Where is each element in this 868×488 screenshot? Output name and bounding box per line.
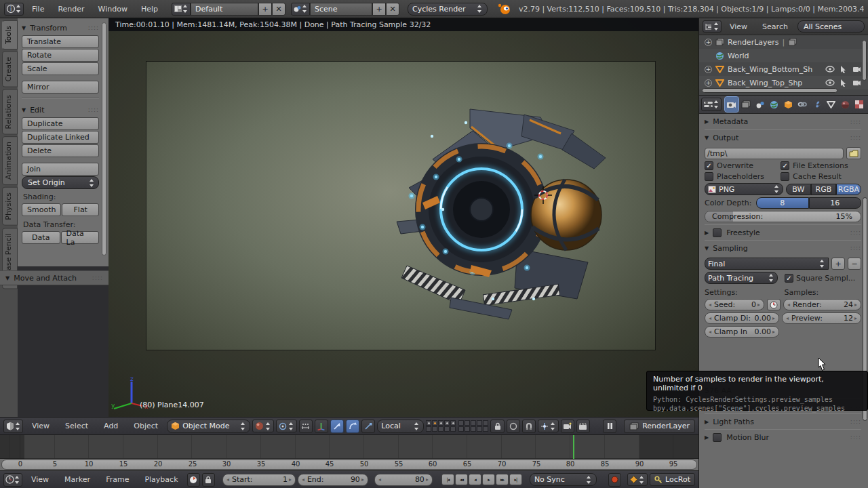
translate-button[interactable]: Translate — [22, 35, 99, 48]
auto-keyframe-record-toggle[interactable] — [608, 473, 621, 487]
selectability-arrow-icon[interactable] — [840, 66, 847, 73]
tab-physics[interactable]: Physics — [2, 187, 18, 226]
tab-world[interactable] — [768, 97, 781, 112]
frame-end-field[interactable]: ◂End: 90▸ — [298, 474, 368, 486]
outliner-vertical-scrollbar[interactable] — [862, 40, 867, 81]
mirror-button[interactable]: Mirror — [22, 81, 99, 94]
light-paths-panel-header[interactable]: ▶ Light Paths :::: — [705, 413, 861, 429]
snap-element-select[interactable] — [538, 420, 559, 432]
timeline-menu-marker[interactable]: Marker — [58, 475, 97, 484]
tab-texture[interactable] — [852, 97, 866, 112]
manipulator-rotate-toggle[interactable] — [346, 420, 359, 433]
v3d-menu-add[interactable]: Add — [97, 422, 125, 430]
file-format-select[interactable]: PNG — [705, 183, 783, 195]
seed-animate-button[interactable] — [767, 299, 781, 310]
tab-render-layers[interactable] — [739, 97, 753, 112]
render-engine-select[interactable]: Cycles Render — [408, 3, 488, 16]
set-origin-dropdown[interactable]: Set Origin — [22, 176, 99, 189]
outliner-row-world[interactable]: World — [699, 49, 868, 62]
clamp-direct-field[interactable]: ◂Clamp Di: 0.00▸ — [705, 312, 779, 324]
color-depth-8[interactable]: 8 — [756, 197, 809, 209]
outliner-row-back-wing-top[interactable]: + Back_Wing_Top_Shp — [699, 76, 868, 89]
renderability-camera-icon[interactable] — [852, 66, 861, 73]
add-scene-button[interactable]: + — [372, 3, 386, 16]
jump-next-keyframe-button[interactable]: ▸▸ — [496, 474, 509, 485]
mode-select[interactable]: Object Mode — [167, 420, 250, 433]
proportional-edit-toggle[interactable] — [507, 420, 520, 433]
play-reverse-button[interactable]: ◂ — [469, 474, 481, 485]
menu-render[interactable]: Render — [51, 5, 91, 14]
output-path-field[interactable]: /tmp\ — [705, 148, 844, 159]
outliner-horizontal-scrollbar[interactable] — [702, 88, 837, 93]
sampling-preset-select[interactable]: Final — [705, 258, 829, 270]
delete-scene-button[interactable]: ✕ — [386, 3, 399, 16]
delete-layout-button[interactable]: ✕ — [272, 3, 285, 16]
tab-material[interactable] — [838, 97, 852, 112]
screen-layout-browse-button[interactable] — [172, 3, 191, 16]
tab-modifiers[interactable] — [810, 97, 823, 112]
motion-blur-checkbox[interactable] — [713, 433, 722, 442]
layer-group-1[interactable] — [426, 420, 456, 432]
color-mode-rgb[interactable]: RGB — [811, 184, 836, 195]
metadata-panel-header[interactable]: ▶ Metadata :::: — [705, 114, 861, 129]
pivot-point-select[interactable] — [276, 420, 297, 432]
pivot-align-toggle[interactable] — [299, 420, 313, 433]
renderability-camera-icon[interactable] — [852, 79, 861, 86]
outliner-row-back-wing-bottom[interactable]: + Back_Wing_Bottom_Sh — [699, 62, 868, 76]
jump-to-end-button[interactable]: ▸| — [509, 474, 522, 485]
compression-slider[interactable]: Compression: 15% — [705, 211, 861, 222]
editor-type-outliner-button[interactable] — [703, 20, 722, 33]
visibility-eye-icon[interactable] — [825, 79, 835, 86]
keying-set-select[interactable] — [627, 473, 648, 486]
selectability-arrow-icon[interactable] — [840, 79, 847, 87]
tab-constraints[interactable] — [796, 97, 810, 112]
lock-to-scene-toggle[interactable] — [490, 420, 504, 433]
viewport-3d[interactable]: Time:00:01.10 | Mem:1481.14M, Peak:1504.… — [108, 18, 698, 417]
tool-shelf-scrollbar[interactable] — [102, 22, 106, 256]
timeline-ruler-scrollbar[interactable]: 0 5 10 15 20 25 30 35 40 45 50 55 60 65 … — [0, 459, 698, 470]
menu-window[interactable]: Window — [92, 5, 134, 14]
shade-smooth-button[interactable]: Smooth — [22, 203, 61, 216]
tab-object[interactable] — [782, 97, 795, 112]
data-transfer-layout-button[interactable]: Data La — [61, 231, 100, 244]
current-frame-field[interactable]: ◂ 80▸ — [374, 474, 433, 486]
color-mode-bw[interactable]: BW — [786, 184, 811, 195]
add-layout-button[interactable]: + — [258, 3, 272, 16]
timeline-menu-frame[interactable]: Frame — [99, 475, 136, 484]
render-opengl-animation-button[interactable] — [576, 420, 590, 433]
visibility-eye-icon[interactable] — [825, 66, 835, 73]
tab-scene[interactable] — [753, 97, 767, 112]
menu-file[interactable]: File — [25, 5, 51, 14]
preset-remove-button[interactable]: − — [848, 258, 861, 270]
overwrite-checkbox[interactable]: Overwrite — [705, 161, 778, 170]
manipulator-translate-toggle[interactable] — [330, 420, 344, 433]
transform-panel-header[interactable]: ▼ Transform :::: — [22, 21, 99, 35]
tab-relations[interactable]: Relations — [2, 89, 18, 135]
duplicate-linked-button[interactable]: Duplicate Linked — [22, 131, 99, 144]
seed-field[interactable]: ◂Seed: 0▸ — [705, 299, 764, 310]
sampling-panel-header[interactable]: ▼ Sampling :::: — [705, 240, 861, 256]
preview-samples-field[interactable]: ◂Preview: 12▸ — [782, 312, 861, 324]
editor-type-info-button[interactable]: i — [4, 3, 24, 16]
cache-result-checkbox[interactable]: Cache Result — [781, 172, 861, 181]
outliner-row-renderlayers[interactable]: + RenderLayers | — [699, 35, 868, 49]
jump-to-start-button[interactable]: |◂ — [441, 474, 454, 485]
screen-layout-name[interactable]: Default — [191, 3, 258, 16]
integrator-select[interactable]: Path Tracing — [705, 272, 778, 284]
menu-help[interactable]: Help — [134, 5, 165, 14]
timeline-scrollbar-thumb[interactable] — [1, 460, 697, 470]
file-extensions-checkbox[interactable]: File Extensions — [781, 161, 861, 170]
outliner-menu-view[interactable]: View — [723, 22, 754, 31]
v3d-menu-object[interactable]: Object — [127, 422, 165, 430]
render-layer-select[interactable]: RenderLayer — [624, 420, 695, 433]
viewport-shading-select[interactable] — [252, 420, 274, 432]
square-samples-checkbox[interactable] — [785, 274, 793, 283]
editor-type-view3d-button[interactable] — [3, 420, 23, 433]
tab-data[interactable] — [824, 97, 837, 112]
timeline-track[interactable] — [0, 435, 698, 459]
expand-icon[interactable]: + — [705, 66, 712, 73]
lock-frame-toggle[interactable] — [202, 473, 215, 487]
snap-toggle[interactable] — [522, 420, 536, 433]
render-samples-field[interactable]: ◂Render: 24▸ — [783, 299, 861, 310]
frame-start-field[interactable]: ◂Start: 1▸ — [222, 474, 296, 486]
